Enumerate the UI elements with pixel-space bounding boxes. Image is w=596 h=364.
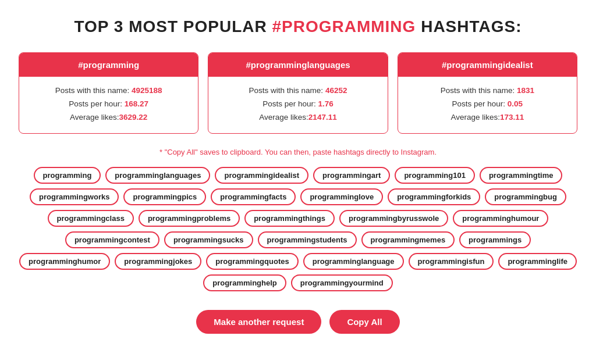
hashtag-pill[interactable]: programminglanguages: [105, 167, 210, 184]
card-body-2: Posts with this name: 46252 Posts per ho…: [208, 77, 387, 133]
avg-likes-value-2: 2147.11: [308, 113, 337, 122]
posts-label-1: Posts with this name:: [55, 86, 132, 95]
title-prefix: TOP 3 MOST POPULAR: [74, 17, 272, 35]
hashtag-pill[interactable]: programmingstudents: [258, 231, 357, 248]
title-highlight: #PROGRAMMING: [272, 17, 416, 35]
avg-likes-label-2: Average likes:: [259, 113, 308, 122]
hashtag-pill[interactable]: programmingworks: [30, 188, 119, 205]
avg-likes-value-1: 3629.22: [119, 113, 148, 122]
card-stat-per-hour-3: Posts per hour: 0.05: [406, 99, 569, 108]
hashtag-pill[interactable]: programmingclass: [48, 210, 134, 227]
hashtag-pill[interactable]: programming101: [395, 167, 474, 184]
card-header-3: #programmingidealist: [398, 53, 577, 77]
card-stat-avg-likes-3: Average likes:173.11: [406, 113, 569, 122]
posts-label-3: Posts with this name:: [441, 86, 517, 95]
card-programming: #programming Posts with this name: 49251…: [19, 52, 198, 134]
hashtag-pill[interactable]: programminghelp: [203, 274, 286, 291]
card-stat-avg-likes-2: Average likes:2147.11: [217, 113, 379, 122]
title-suffix: HASHTAGS:: [416, 17, 522, 35]
per-hour-value-1: 168.27: [125, 99, 148, 108]
hashtag-pill[interactable]: programmingfacts: [211, 188, 296, 205]
card-stat-per-hour-1: Posts per hour: 168.27: [27, 99, 190, 108]
hashtag-pill[interactable]: programmingyourmind: [291, 274, 393, 291]
hashtag-pill[interactable]: programmingjokes: [115, 253, 201, 270]
posts-value-3: 1831: [517, 86, 534, 95]
hashtag-pill[interactable]: programmingproblems: [139, 210, 240, 227]
hashtag-pill[interactable]: programminglove: [300, 188, 383, 205]
hashtag-pill[interactable]: programmingquotes: [206, 253, 298, 270]
hashtag-pill[interactable]: programmings: [459, 231, 531, 248]
card-header-1: #programming: [19, 53, 198, 77]
hashtag-pill[interactable]: programmingsucks: [164, 231, 253, 248]
buttons-row: Make another request Copy All: [196, 310, 399, 334]
hashtag-pill[interactable]: programmingmemes: [361, 231, 455, 248]
copy-all-button[interactable]: Copy All: [329, 310, 399, 334]
hashtag-pill[interactable]: programmingart: [313, 167, 390, 184]
per-hour-label-2: Posts per hour:: [262, 99, 318, 108]
posts-value-2: 46252: [325, 86, 347, 95]
hashtag-pill[interactable]: programmingcontest: [65, 231, 159, 248]
avg-likes-value-3: 173.11: [500, 113, 524, 122]
per-hour-label-1: Posts per hour:: [69, 99, 124, 108]
card-body-1: Posts with this name: 4925188 Posts per …: [19, 77, 198, 133]
hashtag-pill[interactable]: programmingpics: [123, 188, 206, 205]
hashtag-pill[interactable]: programminglanguage: [303, 253, 404, 270]
per-hour-label-3: Posts per hour:: [452, 99, 508, 108]
card-programminglanguages: #programminglanguages Posts with this na…: [208, 52, 388, 134]
card-stat-posts-3: Posts with this name: 1831: [406, 86, 569, 95]
hashtag-pill[interactable]: programminglife: [498, 253, 577, 270]
card-header-2: #programminglanguages: [208, 53, 387, 77]
hashtag-pill[interactable]: programmingbyrusswole: [339, 210, 448, 227]
page-title: TOP 3 MOST POPULAR #PROGRAMMING HASHTAGS…: [74, 17, 522, 36]
card-stat-posts-2: Posts with this name: 46252: [217, 86, 379, 95]
hashtag-pill[interactable]: programmingforkids: [388, 188, 480, 205]
hashtags-container: programmingprogramminglanguagesprogrammi…: [19, 167, 577, 291]
cards-row: #programming Posts with this name: 49251…: [19, 52, 577, 134]
per-hour-value-2: 1.76: [318, 99, 334, 108]
hashtag-pill[interactable]: programminghumour: [453, 210, 548, 227]
avg-likes-label-3: Average likes:: [450, 113, 500, 122]
make-request-button[interactable]: Make another request: [196, 310, 321, 334]
per-hour-value-3: 0.05: [508, 99, 523, 108]
hashtag-pill[interactable]: programming: [34, 167, 101, 184]
hashtag-pill[interactable]: programmingthings: [244, 210, 335, 227]
posts-value-1: 4925188: [132, 86, 162, 95]
posts-label-2: Posts with this name:: [249, 86, 325, 95]
hashtag-pill[interactable]: programmingidealist: [215, 167, 308, 184]
card-stat-posts-1: Posts with this name: 4925188: [27, 86, 190, 95]
hashtag-pill[interactable]: programmingisfun: [409, 253, 494, 270]
hashtag-pill[interactable]: programmingtime: [480, 167, 563, 184]
card-stat-avg-likes-1: Average likes:3629.22: [27, 113, 190, 122]
card-programmingidealist: #programmingidealist Posts with this nam…: [398, 52, 577, 134]
hashtag-pill[interactable]: programmingbug: [485, 188, 566, 205]
card-body-3: Posts with this name: 1831 Posts per hou…: [398, 77, 577, 133]
avg-likes-label-1: Average likes:: [70, 113, 119, 122]
card-stat-per-hour-2: Posts per hour: 1.76: [217, 99, 379, 108]
hashtag-pill[interactable]: programminghumor: [19, 253, 110, 270]
copy-note: * "Copy All" saves to clipboard. You can…: [159, 148, 437, 156]
